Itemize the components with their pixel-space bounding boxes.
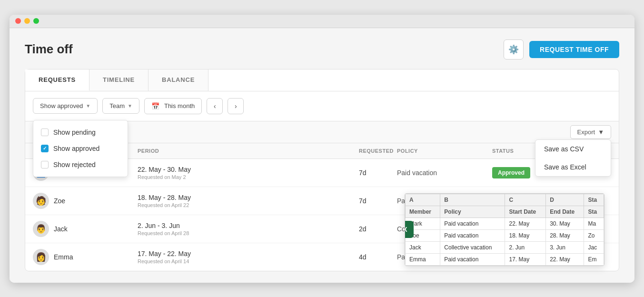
- excel-cell: 28. May: [546, 229, 584, 241]
- excel-header-sta: Sta: [584, 206, 604, 218]
- excel-col-c: C: [505, 194, 546, 206]
- this-month-filter[interactable]: 📅 This month: [144, 98, 202, 114]
- excel-cell: 22. May: [546, 253, 584, 265]
- main-card: REQUESTS TIMELINE BALANCE Show approved …: [25, 69, 619, 271]
- col-header-policy: POLICY: [397, 148, 492, 154]
- excel-header-startdate: Start Date: [505, 206, 546, 218]
- save-csv-option[interactable]: Save as CSV: [535, 140, 611, 158]
- period-sub: Requested on May 2: [138, 174, 359, 180]
- close-dot[interactable]: [15, 18, 21, 24]
- show-approved-checkbox[interactable]: [41, 145, 49, 152]
- tab-requests[interactable]: REQUESTS: [25, 69, 89, 91]
- excel-cell: Em: [584, 253, 604, 265]
- period-main: 17. May - 22. May: [138, 250, 359, 257]
- excel-cell: Jac: [584, 241, 604, 253]
- gear-icon: ⚙️: [508, 44, 519, 55]
- excel-cell: Jack: [406, 241, 440, 253]
- excel-header-member: Member: [406, 206, 440, 218]
- excel-cell: 30. May: [546, 218, 584, 229]
- excel-row: Zoe Paid vacation 18. May 28. May Zo: [406, 229, 604, 241]
- excel-cell: Paid vacation: [440, 218, 505, 229]
- toolbar: Show approved ▼ Team ▼ 📅 This month ‹ ›: [25, 91, 619, 121]
- excel-preview: X A B C D Sta Member: [405, 193, 604, 266]
- excel-row: Jack Collective vacation 2. Jun 3. Jun J…: [406, 241, 604, 253]
- requested-val: 7d: [359, 169, 397, 177]
- member-cell: 🧑 Zoe: [33, 193, 138, 209]
- member-name: Jack: [54, 225, 68, 233]
- next-month-button[interactable]: ›: [228, 98, 244, 114]
- period-sub: Requested on April 14: [138, 258, 359, 264]
- filter-dropdown: Show pending Show approved Show rejected: [33, 120, 128, 177]
- chevron-right-icon: ›: [235, 102, 237, 110]
- show-approved-label: Show approved: [40, 102, 83, 109]
- titlebar: [10, 15, 634, 28]
- show-pending-checkbox[interactable]: [41, 129, 49, 136]
- excel-cell: Ma: [584, 218, 604, 229]
- period-main: 22. May - 30. May: [138, 166, 359, 173]
- col-header-period: PERIOD: [138, 148, 359, 154]
- show-rejected-checkbox[interactable]: [41, 161, 49, 168]
- tabs: REQUESTS TIMELINE BALANCE: [25, 69, 619, 91]
- excel-cell: Collective vacation: [440, 241, 505, 253]
- prev-month-button[interactable]: ‹: [207, 98, 223, 114]
- excel-col-b: B: [440, 194, 505, 206]
- avatar: 👨: [33, 221, 49, 237]
- minimize-dot[interactable]: [24, 18, 30, 24]
- page-header: Time off ⚙️ REQUEST TIME OFF: [25, 40, 619, 59]
- filter-show-pending[interactable]: Show pending: [33, 124, 128, 140]
- requested-val: 4d: [359, 253, 397, 261]
- requested-val: 2d: [359, 225, 397, 233]
- team-label: Team: [109, 102, 125, 109]
- show-pending-label: Show pending: [53, 129, 96, 136]
- requested-val: 7d: [359, 197, 397, 205]
- excel-col-e: Sta: [584, 194, 604, 206]
- excel-cell: Paid vacation: [440, 253, 505, 265]
- period-sub: Requested on April 28: [138, 230, 359, 236]
- this-month-label: This month: [164, 102, 195, 109]
- excel-cell: 17. May: [505, 253, 546, 265]
- member-cell: 👩 Emma: [33, 249, 138, 265]
- excel-row: Emma Paid vacation 17. May 22. May Em: [406, 253, 604, 265]
- chevron-down-icon: ▼: [598, 129, 604, 136]
- period-cell: 22. May - 30. May Requested on May 2: [138, 166, 359, 180]
- policy-val: Paid vacation: [397, 169, 492, 177]
- tab-balance[interactable]: BALANCE: [149, 69, 208, 91]
- chevron-down-icon: ▼: [86, 103, 90, 109]
- tab-timeline[interactable]: TIMELINE: [89, 69, 149, 91]
- period-sub: Requested on April 22: [138, 202, 359, 208]
- page-content: Time off ⚙️ REQUEST TIME OFF REQUESTS TI…: [10, 28, 634, 283]
- excel-col-a: A: [406, 194, 440, 206]
- filter-show-rejected[interactable]: Show rejected: [33, 157, 128, 173]
- excel-cell: Zo: [584, 229, 604, 241]
- export-button[interactable]: Export ▼: [570, 125, 611, 139]
- period-cell: 18. May - 28. May Requested on April 22: [138, 194, 359, 208]
- member-name: Zoe: [54, 197, 65, 205]
- excel-cell: 2. Jun: [505, 241, 546, 253]
- period-main: 18. May - 28. May: [138, 194, 359, 201]
- calendar-icon: 📅: [151, 102, 159, 110]
- excel-cell: 22. May: [505, 218, 546, 229]
- app-window: Time off ⚙️ REQUEST TIME OFF REQUESTS TI…: [10, 15, 634, 283]
- show-approved-label: Show approved: [53, 145, 99, 152]
- excel-row: Mark Paid vacation 22. May 30. May Ma: [406, 218, 604, 229]
- member-name: Emma: [54, 253, 73, 261]
- excel-cell: 3. Jun: [546, 241, 584, 253]
- chevron-left-icon: ‹: [214, 102, 216, 110]
- settings-button[interactable]: ⚙️: [504, 40, 524, 59]
- request-time-off-button[interactable]: REQUEST TIME OFF: [529, 41, 619, 58]
- period-cell: 17. May - 22. May Requested on April 14: [138, 250, 359, 264]
- show-approved-filter[interactable]: Show approved ▼: [33, 98, 98, 114]
- maximize-dot[interactable]: [33, 18, 39, 24]
- period-main: 2. Jun - 3. Jun: [138, 222, 359, 229]
- save-excel-option[interactable]: Save as Excel: [535, 158, 611, 176]
- chevron-down-icon: ▼: [128, 103, 132, 109]
- excel-cell: Paid vacation: [440, 229, 505, 241]
- filter-show-approved[interactable]: Show approved: [33, 140, 128, 157]
- status-badge: Approved: [492, 167, 530, 178]
- member-cell: 👨 Jack: [33, 221, 138, 237]
- excel-icon: X: [405, 221, 414, 238]
- excel-col-d: D: [546, 194, 584, 206]
- team-filter[interactable]: Team ▼: [102, 98, 139, 114]
- excel-cell: Emma: [406, 253, 440, 265]
- show-rejected-label: Show rejected: [53, 161, 96, 168]
